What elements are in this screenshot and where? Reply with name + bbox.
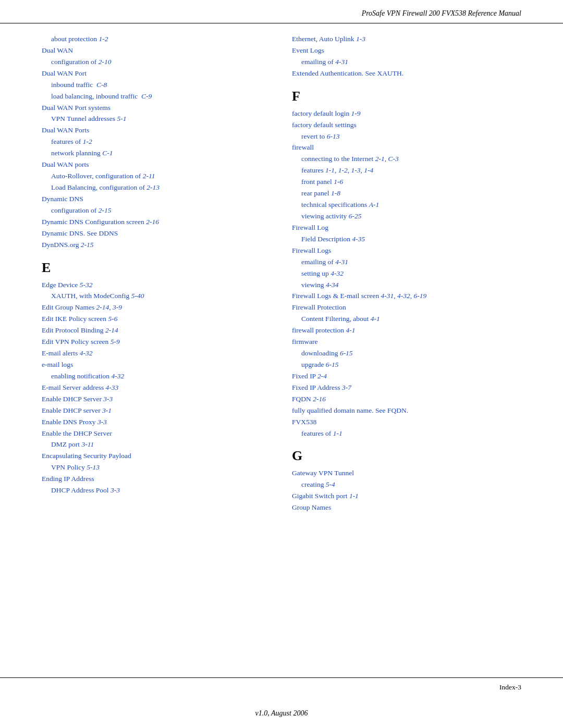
list-item: Dual WAN [42,45,271,56]
index-link[interactable]: network planning [51,149,102,157]
index-link[interactable]: Content Filtering, about [301,315,371,323]
ref-number: A-1 [369,201,380,208]
index-link[interactable]: Dynamic DNS Configuration screen [42,218,146,226]
footer-version: v1.0, August 2006 [0,709,563,718]
list-item: factory default login 1-9 [292,108,521,119]
index-link[interactable]: configuration of [51,58,99,66]
list-item: enabling notification 4-32 [51,371,271,382]
list-item: Edit VPN Policy screen 5-9 [42,337,271,348]
index-link[interactable]: DMZ port [51,440,82,448]
index-link[interactable]: features [301,166,325,174]
index-link[interactable]: Ethernet, Auto Uplink [292,35,356,43]
ref-number: 4-31 [335,58,348,66]
left-column: about protection 1-2Dual WANconfiguratio… [42,34,271,514]
index-link[interactable]: revert to [301,132,327,140]
index-link[interactable]: Enable DNS Proxy [42,418,97,426]
index-link[interactable]: Ending IP Address [42,475,94,483]
index-link[interactable]: fully qualified domain name. See FQDN. [292,406,408,414]
list-item: XAUTH, with ModeConfig 5-40 [51,291,271,302]
ref-number: 1-2 [83,138,92,145]
index-link[interactable]: Edge Device [42,281,80,289]
index-link[interactable]: Encapsulating Security Payload [42,452,131,460]
index-link[interactable]: FQDN [292,395,313,403]
index-link[interactable]: Dual WAN Port [42,69,87,77]
index-link[interactable]: technical specifications [301,201,369,208]
index-link[interactable]: XAUTH, with ModeConfig [51,292,131,300]
index-link[interactable]: Field Description [301,235,352,243]
index-link[interactable]: Edit VPN Policy screen [42,338,111,346]
index-link[interactable]: setting up [301,269,331,277]
index-link[interactable]: emailing of [301,58,335,66]
index-link[interactable]: factory default login [292,109,351,117]
index-link[interactable]: Dual WAN [42,46,73,54]
index-link[interactable]: DynDNS.org [42,241,81,249]
index-link[interactable]: connecting to the Internet [301,155,375,163]
list-item: Ethernet, Auto Uplink 1-3 [292,34,521,45]
index-link[interactable]: Edit IKE Policy screen [42,315,108,323]
index-link[interactable]: Dual WAN Ports [42,126,89,134]
index-link[interactable]: configuration of [51,206,99,214]
index-link[interactable]: Fixed IP [292,372,317,380]
index-link[interactable]: factory default settings [292,121,357,129]
index-link[interactable]: VPN Policy [51,463,87,471]
index-link[interactable]: features of [301,429,333,437]
list-item: Edit Protocol Binding 2-14 [42,325,271,336]
index-link[interactable]: e-mail logs [42,361,73,368]
index-link[interactable]: Firewall Logs & E-mail screen [292,292,381,300]
index-link[interactable]: inbound traffic [51,81,96,89]
index-link[interactable]: Fixed IP Address [292,384,342,391]
index-link[interactable]: features of [51,138,83,145]
list-item: DMZ port 3-11 [51,439,271,450]
list-item: Event Logs [292,45,521,56]
index-link[interactable]: Enable DHCP Server [42,395,103,403]
list-item: emailing of 4-31 [301,257,521,268]
index-link[interactable]: load balancing, inbound traffic [51,92,141,100]
list-item: features of 1-1 [301,428,521,439]
ref-number: 2-14, 3-9 [96,303,123,311]
index-link[interactable]: Edit Protocol Binding [42,326,105,334]
ref-number: 3-7 [342,384,351,391]
index-link[interactable]: firewall [292,143,314,151]
index-link[interactable]: firmware [292,338,317,346]
index-link[interactable]: rear panel [301,189,331,197]
index-link[interactable]: Firewall Logs [292,246,331,254]
index-link[interactable]: Firewall Protection [292,303,346,311]
list-item: about protection 1-2 [51,34,271,45]
index-link[interactable]: Dual WAN Port systems [42,104,111,112]
index-link[interactable]: Edit Group Names [42,303,96,311]
index-link[interactable]: Enable the DHCP Server [42,429,112,437]
list-item: Field Description 4-35 [301,234,521,245]
index-link[interactable]: Gigabit Switch port [292,492,349,500]
index-link[interactable]: Auto-Rollover, configuration of [51,172,143,180]
ref-number: 3-3 [103,395,113,403]
index-link[interactable]: Enable DHCP server [42,406,102,414]
index-link[interactable]: Firewall Log [292,224,328,231]
index-link[interactable]: Gateway VPN Tunnel [292,469,354,477]
index-link[interactable]: enabling notification [51,372,111,380]
index-link[interactable]: about protection [51,35,99,43]
list-item: firewall protection 4-1 [292,325,521,336]
index-link[interactable]: Event Logs [292,46,324,54]
index-link[interactable]: creating [301,480,326,488]
index-link[interactable]: VPN Tunnel addresses [51,115,117,122]
index-link[interactable]: E-mail alerts [42,349,80,357]
index-link[interactable]: front panel [301,178,334,186]
index-link[interactable]: DHCP Address Pool [51,486,111,494]
index-link[interactable]: Dual WAN ports [42,161,89,168]
section-letter-g: G [292,448,521,464]
index-link[interactable]: Dynamic DNS. See DDNS [42,229,118,237]
index-link[interactable]: Load Balancing, configuration of [51,183,146,191]
index-link[interactable]: viewing activity [301,212,349,220]
index-link[interactable]: E-mail Server address [42,384,106,391]
index-link[interactable]: emailing of [301,258,335,266]
index-link[interactable]: downloading [301,349,340,357]
index-link[interactable]: upgrade [301,361,326,368]
index-link[interactable]: FVX538 [292,418,316,426]
index-link[interactable]: firewall protection [292,326,346,334]
list-item: configuration of 2-15 [51,205,271,216]
index-link[interactable]: viewing [301,281,326,289]
index-link[interactable]: Group Names [292,503,331,511]
index-link[interactable]: Dynamic DNS [42,195,83,203]
right-column: Ethernet, Auto Uplink 1-3Event Logsemail… [292,34,521,514]
index-link[interactable]: Extended Authentication. See XAUTH. [292,69,403,77]
